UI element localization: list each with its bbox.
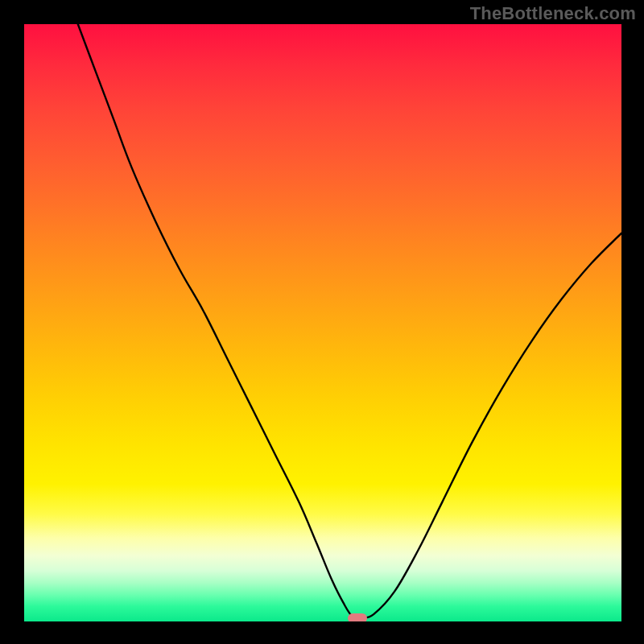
chart-frame: TheBottleneck.com: [0, 0, 644, 644]
watermark-text: TheBottleneck.com: [470, 3, 636, 24]
vertex-marker: [348, 613, 367, 621]
bottleneck-curve: [24, 24, 621, 621]
plot-area: [24, 24, 621, 621]
